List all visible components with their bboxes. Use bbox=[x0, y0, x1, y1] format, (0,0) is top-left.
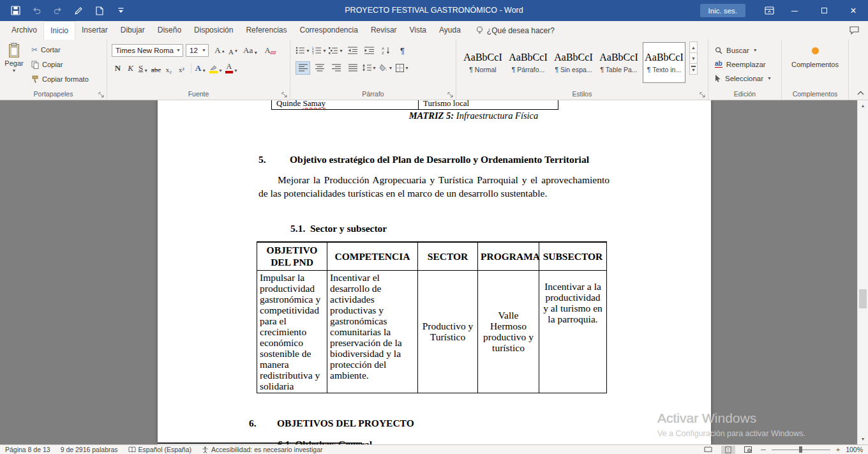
styles-scroll-up-button[interactable]: ▲ bbox=[689, 42, 698, 53]
format-painter-button[interactable]: Copiar formato bbox=[28, 73, 92, 86]
accessibility-status[interactable]: Accesibilidad: es necesario investigar bbox=[202, 446, 323, 453]
tab-vista[interactable]: Vista bbox=[403, 21, 433, 40]
table-header[interactable]: COMPETENCIA bbox=[327, 242, 418, 270]
grow-font-button[interactable]: A▲ bbox=[214, 44, 226, 57]
draw-pen-button[interactable] bbox=[71, 3, 86, 19]
page-indicator[interactable]: Página 8 de 13 bbox=[5, 446, 50, 453]
matrix5-table-fragment[interactable]: Quinde Samay Turismo local bbox=[271, 100, 558, 110]
tab-correspondencia[interactable]: Correspondencia bbox=[293, 21, 364, 40]
matrix5-caption[interactable]: MATRIZ 5: Infraestructura Física bbox=[257, 110, 691, 121]
collapse-ribbon-button[interactable] bbox=[857, 88, 864, 97]
style-table-paragraph[interactable]: AaBbCcI ¶ Table Pa... bbox=[597, 42, 640, 83]
styles-scroll-down-button[interactable]: ▼ bbox=[689, 52, 698, 64]
increase-indent-button[interactable] bbox=[362, 44, 377, 57]
scroll-down-button[interactable]: ▼ bbox=[858, 434, 868, 444]
table-cell[interactable]: Impulsar la productividad gastronómica y… bbox=[257, 270, 327, 393]
zoom-slider[interactable] bbox=[772, 446, 830, 453]
undo-button[interactable] bbox=[29, 3, 44, 19]
tell-me-box[interactable]: ¿Qué desea hacer? bbox=[476, 21, 555, 40]
tab-disposicion[interactable]: Disposición bbox=[188, 21, 239, 40]
text-effects-button[interactable]: A▼ bbox=[195, 62, 207, 75]
line-spacing-button[interactable]: ▼ bbox=[362, 61, 377, 75]
maximize-button[interactable] bbox=[809, 0, 839, 21]
web-layout-button[interactable] bbox=[741, 446, 755, 454]
multilevel-list-button[interactable]: ▼ bbox=[329, 44, 343, 57]
new-document-button[interactable] bbox=[92, 3, 107, 19]
bullets-button[interactable]: ▼ bbox=[296, 44, 310, 57]
justify-button[interactable] bbox=[345, 61, 360, 75]
proofing-status[interactable]: Español (España) bbox=[128, 446, 191, 453]
style-sin-espaciado[interactable]: AaBbCcI ¶ Sin espa... bbox=[552, 42, 595, 83]
font-color-button[interactable]: A ▼ bbox=[225, 62, 238, 75]
zoom-in-button[interactable]: + bbox=[836, 446, 840, 453]
tab-ayuda[interactable]: Ayuda bbox=[433, 21, 467, 40]
tab-diseno[interactable]: Diseño bbox=[151, 21, 188, 40]
styles-dialog-launcher[interactable] bbox=[699, 91, 705, 98]
scrollbar-thumb[interactable] bbox=[859, 289, 867, 308]
align-center-button[interactable] bbox=[312, 61, 327, 75]
tab-archivo[interactable]: Archivo bbox=[5, 21, 43, 40]
print-layout-button[interactable] bbox=[721, 446, 735, 454]
table-cell[interactable]: Productivo y Turístico bbox=[418, 270, 478, 393]
style-parrafo[interactable]: AaBbCcI ¶ Párrafo... bbox=[507, 42, 550, 83]
read-mode-button[interactable] bbox=[701, 446, 715, 454]
tab-referencias[interactable]: Referencias bbox=[239, 21, 293, 40]
ribbon-display-options-button[interactable] bbox=[758, 0, 780, 21]
zoom-thumb[interactable] bbox=[799, 446, 802, 453]
style-texto-independiente[interactable]: AaBbCcI ¶ Texto in... bbox=[643, 42, 685, 83]
vertical-scrollbar[interactable]: ▲ ▼ bbox=[857, 100, 868, 444]
sort-button[interactable]: AZ bbox=[378, 44, 393, 57]
addins-button[interactable]: Complementos bbox=[791, 61, 839, 68]
table-cell[interactable]: Valle Hermoso productivo y turístico bbox=[478, 270, 539, 393]
find-button[interactable]: Buscar ▼ bbox=[715, 45, 781, 56]
font-family-select[interactable]: Times New Roma ▼ bbox=[112, 44, 183, 57]
subscript-button[interactable]: x₂ bbox=[163, 62, 175, 75]
addin-notification-dot-icon[interactable] bbox=[812, 47, 819, 54]
word-count[interactable]: 9 de 2916 palabras bbox=[61, 446, 118, 453]
feedback-button[interactable] bbox=[849, 21, 868, 40]
clear-formatting-button[interactable]: A bbox=[264, 44, 276, 57]
select-button[interactable]: Seleccionar ▼ bbox=[715, 73, 781, 84]
change-case-button[interactable]: Aa▼ bbox=[243, 44, 258, 57]
paragraph-dialog-launcher[interactable] bbox=[447, 91, 453, 98]
highlight-button[interactable]: ▼ bbox=[209, 62, 223, 75]
zoom-out-button[interactable]: ─ bbox=[761, 446, 766, 453]
customize-qat-button[interactable] bbox=[113, 3, 128, 19]
minimize-button[interactable]: ─ bbox=[780, 0, 809, 21]
font-size-select[interactable]: 12 ▼ bbox=[186, 44, 209, 57]
replace-button[interactable]: ab Reemplazar bbox=[715, 59, 781, 70]
heading-6[interactable]: 6. OBJETIVOS DEL PROYECTO bbox=[249, 418, 414, 429]
tab-inicio[interactable]: Inicio bbox=[43, 21, 75, 40]
table-header[interactable]: SECTOR bbox=[418, 242, 478, 270]
heading-5-1[interactable]: 5.1. Sector y subsector bbox=[290, 223, 387, 234]
show-paragraph-marks-button[interactable]: ¶ bbox=[395, 44, 410, 57]
paragraph-5[interactable]: Mejorar la Producción Agropecuaria y Tur… bbox=[258, 173, 610, 200]
table-header[interactable]: SUBSECTOR bbox=[539, 242, 607, 270]
table-cell[interactable]: Turismo local bbox=[418, 100, 558, 110]
cut-button[interactable]: ✂ Cortar bbox=[28, 43, 92, 56]
italic-button[interactable]: K bbox=[124, 62, 137, 75]
numbering-button[interactable]: 123 ▼ bbox=[312, 44, 327, 57]
heading-5[interactable]: 5. Objetivo estratégico del Plan de Desa… bbox=[258, 154, 616, 165]
shading-button[interactable]: ▼ bbox=[378, 61, 393, 75]
paste-button[interactable]: Pegar ▼ bbox=[0, 40, 28, 89]
styles-more-button[interactable]: ▼ bbox=[689, 63, 698, 75]
decrease-indent-button[interactable] bbox=[345, 44, 360, 57]
scroll-up-button[interactable]: ▲ bbox=[858, 101, 868, 110]
sign-in-button[interactable]: Inic. ses. bbox=[700, 4, 745, 17]
table-cell[interactable]: Quinde Samay bbox=[271, 100, 418, 110]
table-header[interactable]: PROGRAMA bbox=[478, 242, 539, 270]
align-left-button[interactable] bbox=[296, 61, 310, 75]
bold-button[interactable]: N bbox=[112, 62, 124, 75]
tab-revisar[interactable]: Revisar bbox=[364, 21, 403, 40]
redo-button[interactable] bbox=[50, 3, 65, 19]
underline-button[interactable]: S▼ bbox=[137, 62, 149, 75]
zoom-level[interactable]: 100% bbox=[846, 446, 863, 453]
shrink-font-button[interactable]: A▼ bbox=[227, 44, 239, 57]
align-right-button[interactable] bbox=[329, 61, 343, 75]
borders-button[interactable]: ▼ bbox=[395, 61, 410, 75]
clipboard-dialog-launcher[interactable] bbox=[98, 91, 104, 98]
close-button[interactable]: × bbox=[839, 0, 868, 21]
style-normal[interactable]: AaBbCcI ¶ Normal bbox=[461, 42, 504, 83]
table-header[interactable]: OBJETIVO DEL PND bbox=[257, 242, 327, 270]
